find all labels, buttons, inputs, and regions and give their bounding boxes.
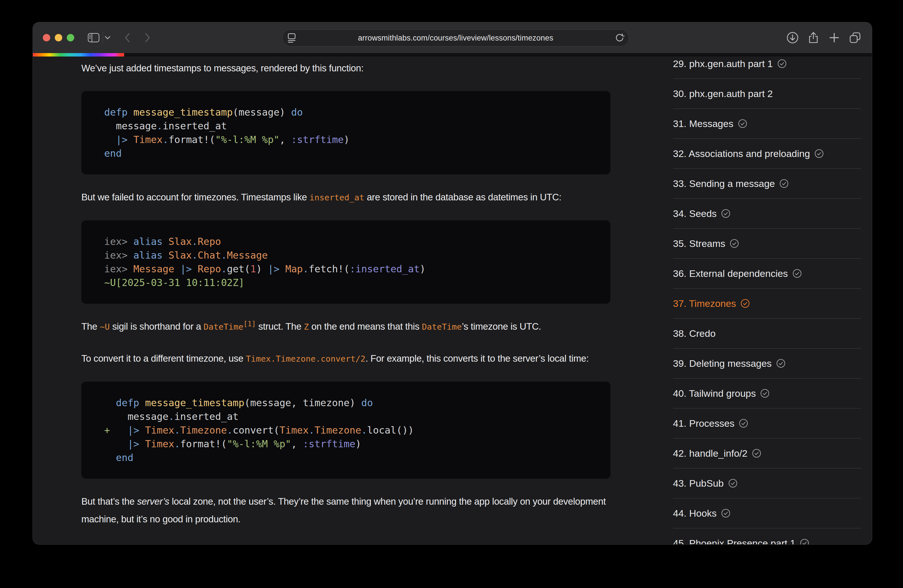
chevron-left-icon xyxy=(124,33,131,43)
sidebar-item[interactable]: 41. Processes xyxy=(673,409,861,439)
sidebar-item[interactable]: 37. Timezones xyxy=(673,289,861,319)
footnote-ref: [1] xyxy=(244,320,256,328)
sidebar-item[interactable]: 32. Associations and preloading xyxy=(673,139,861,169)
sidebar-item[interactable]: 40. Tailwind groups xyxy=(673,379,861,409)
sidebar-item[interactable]: 44. Hooks xyxy=(673,498,861,528)
sidebar-item[interactable]: 43. PubSub xyxy=(673,469,861,498)
check-circle-icon xyxy=(793,269,802,278)
lesson-label: 33. Sending a message xyxy=(673,178,775,189)
toolbar-actions xyxy=(786,22,861,53)
lesson-list: 29. phx.gen.auth part 1 30. phx.gen.auth… xyxy=(673,57,861,544)
inline-code: ~U xyxy=(100,322,110,332)
check-circle-icon xyxy=(721,209,730,218)
tab-overview-button[interactable] xyxy=(849,31,861,44)
code-line: |> Timex.format!("%-l:%M %p", :strftime) xyxy=(104,133,588,146)
sidebar-item[interactable]: 30. phx.gen.auth part 2 xyxy=(673,79,861,109)
check-circle-icon xyxy=(738,119,747,128)
sidebar-toggle-button[interactable] xyxy=(88,22,100,53)
code-line: iex> Message |> Repo.get(1) |> Map.fetch… xyxy=(104,262,588,276)
minimize-button[interactable] xyxy=(55,34,62,41)
code-block: defp message_timestamp(message) do messa… xyxy=(81,91,610,175)
toolbar-divider xyxy=(103,31,103,44)
lesson-label: 35. Streams xyxy=(673,238,725,249)
check-circle-icon xyxy=(815,149,824,158)
check-circle-icon xyxy=(721,509,730,518)
new-tab-button[interactable] xyxy=(828,31,840,44)
text-run: The xyxy=(81,321,100,332)
code-block: defp message_timestamp(message, timezone… xyxy=(81,382,610,479)
text-run: ’s timezone is UTC. xyxy=(462,321,541,332)
inline-code: Z xyxy=(304,322,309,332)
code-line: message.inserted_at xyxy=(104,119,588,133)
inline-code: Timex.Timezone.convert/2 xyxy=(246,354,366,364)
code-line: ~U[2025-03-31 10:11:02Z] xyxy=(104,276,588,289)
share-button[interactable] xyxy=(807,31,820,44)
article: We’ve just added timestamps to messages,… xyxy=(33,57,673,544)
paragraph: But that’s the server’s local zone, not … xyxy=(81,493,610,528)
sidebar-item[interactable]: 35. Streams xyxy=(673,229,861,259)
chevron-down-icon xyxy=(105,36,110,39)
reading-progress-bar xyxy=(33,53,124,57)
text-run: But we failed to account for timezones. … xyxy=(81,192,309,202)
text-run: sigil is shorthand for a xyxy=(110,321,203,332)
check-circle-icon xyxy=(760,389,769,398)
back-button[interactable] xyxy=(124,22,131,53)
text-run: on the end means that this xyxy=(309,321,422,332)
check-circle-icon xyxy=(741,299,750,308)
sidebar-item[interactable]: 45. Phoenix Presence part 1 xyxy=(673,528,861,544)
browser-window: arrowsmithlabs.com/courses/liveview/less… xyxy=(33,22,872,544)
page-settings-icon[interactable] xyxy=(287,33,296,43)
text-run: . For example, this converts it to the s… xyxy=(366,353,589,364)
chevron-right-icon xyxy=(145,33,151,43)
sidebar-item[interactable]: 31. Messages xyxy=(673,109,861,139)
paragraph: But we failed to account for timezones. … xyxy=(81,189,610,206)
lesson-label: 44. Hooks xyxy=(673,508,717,519)
page-content: We’ve just added timestamps to messages,… xyxy=(33,57,872,544)
sidebar-item[interactable]: 36. External dependencies xyxy=(673,259,861,289)
code-line: iex> alias Slax.Repo xyxy=(104,234,588,248)
sidebar-item[interactable]: 39. Deleting messages xyxy=(673,349,861,379)
text-run: To convert it to a different timezone, u… xyxy=(81,353,246,364)
inline-code: DateTime xyxy=(203,322,244,332)
sidebar-item[interactable]: 33. Sending a message xyxy=(673,169,861,199)
lesson-label: 31. Messages xyxy=(673,118,733,129)
lesson-label: 30. phx.gen.auth part 2 xyxy=(673,88,773,99)
lesson-label: 38. Credo xyxy=(673,328,716,339)
inline-code: DateTime xyxy=(422,322,462,332)
lesson-label: 41. Processes xyxy=(673,418,734,429)
text-run: are stored in the database as datetimes … xyxy=(364,192,562,202)
code-line: |> Timex.format!("%-l:%M %p", :strftime) xyxy=(104,437,588,451)
code-line: end xyxy=(104,451,588,464)
lesson-label: 40. Tailwind groups xyxy=(673,388,756,399)
text-run: struct. The xyxy=(256,321,304,332)
sidebar-toggle-icon xyxy=(88,33,100,42)
close-button[interactable] xyxy=(43,34,50,41)
lesson-label: 43. PubSub xyxy=(673,478,724,489)
lesson-label: 32. Associations and preloading xyxy=(673,148,810,159)
tab-group-menu-button[interactable] xyxy=(105,22,110,53)
sidebar-item[interactable]: 34. Seeds xyxy=(673,199,861,229)
address-bar[interactable]: arrowsmithlabs.com/courses/liveview/less… xyxy=(282,30,629,47)
reload-button[interactable] xyxy=(615,33,625,43)
text-run: We’ve just added timestamps to messages,… xyxy=(81,63,363,73)
check-circle-icon xyxy=(730,239,739,248)
code-line: + |> Timex.Timezone.convert(Timex.Timezo… xyxy=(104,423,588,437)
text-run: server’s xyxy=(137,496,169,507)
forward-button[interactable] xyxy=(145,22,151,53)
text-run: But that’s the xyxy=(81,496,137,507)
zoom-button[interactable] xyxy=(67,34,74,41)
code-line: defp message_timestamp(message) do xyxy=(104,105,588,119)
lesson-label: 39. Deleting messages xyxy=(673,358,772,369)
sidebar-item[interactable]: 42. handle_info/2 xyxy=(673,439,861,469)
reading-progress-track xyxy=(33,53,872,57)
lesson-label: 37. Timezones xyxy=(673,298,736,309)
inline-code: inserted_at xyxy=(309,193,364,202)
paragraph: To convert it to a different timezone, u… xyxy=(81,350,610,368)
sidebar-item[interactable]: 38. Credo xyxy=(673,319,861,349)
code-line: end xyxy=(104,146,588,160)
downloads-button[interactable] xyxy=(786,31,799,44)
sidebar-item[interactable]: 29. phx.gen.auth part 1 xyxy=(673,57,861,79)
lesson-label: 29. phx.gen.auth part 1 xyxy=(673,58,773,69)
lesson-label: 42. handle_info/2 xyxy=(673,448,747,459)
paragraph: The ~U sigil is shorthand for a DateTime… xyxy=(81,318,610,336)
